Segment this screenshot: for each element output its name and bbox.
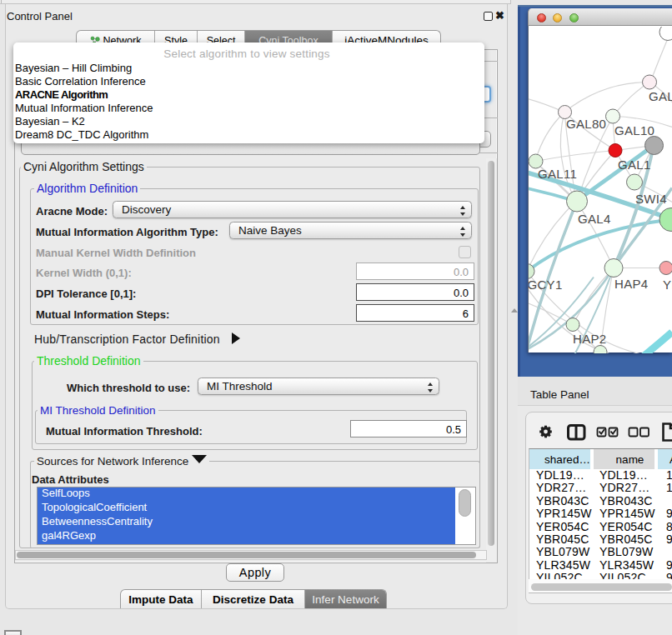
svg-text:GAL2: GAL2 xyxy=(649,88,672,102)
svg-text:HAP4: HAP4 xyxy=(614,276,648,290)
svg-text:GAL1: GAL1 xyxy=(618,157,651,171)
svg-text:GAL10: GAL10 xyxy=(614,122,654,137)
svg-text:GCY1: GCY1 xyxy=(529,277,563,291)
svg-text:GAL4: GAL4 xyxy=(578,211,611,225)
svg-text:GAL11: GAL11 xyxy=(538,166,577,180)
svg-text:YE: YE xyxy=(663,277,672,291)
svg-text:SWI4: SWI4 xyxy=(635,191,667,205)
svg-text:HAP2: HAP2 xyxy=(573,331,606,345)
svg-text:GAL80: GAL80 xyxy=(566,116,606,130)
